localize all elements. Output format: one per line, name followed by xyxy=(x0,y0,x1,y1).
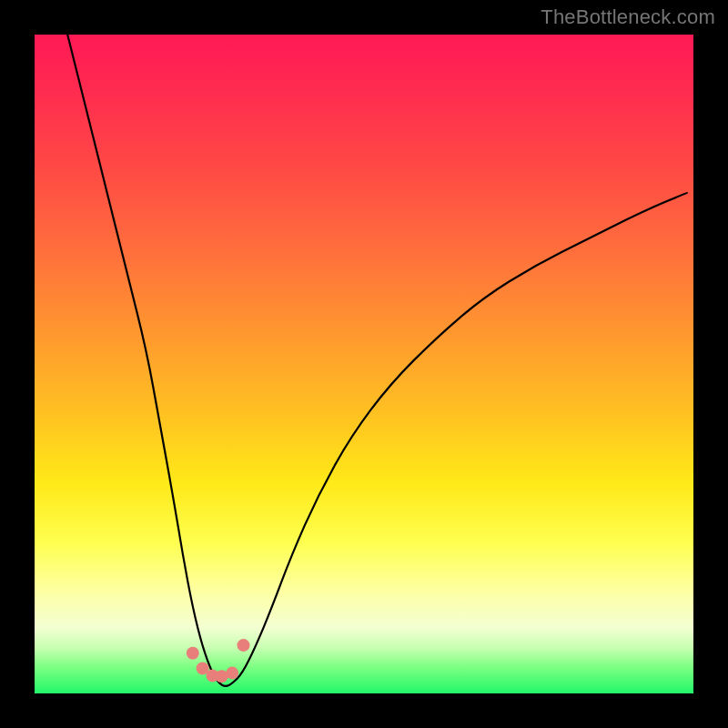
bottleneck-curve xyxy=(67,35,687,686)
chart-frame: TheBottleneck.com xyxy=(0,0,728,728)
plot-area xyxy=(35,35,693,693)
watermark-text: TheBottleneck.com xyxy=(541,5,715,29)
curve-layer xyxy=(35,35,693,693)
trough-marker xyxy=(238,639,250,652)
trough-marker xyxy=(226,667,238,680)
trough-marker xyxy=(187,647,199,660)
